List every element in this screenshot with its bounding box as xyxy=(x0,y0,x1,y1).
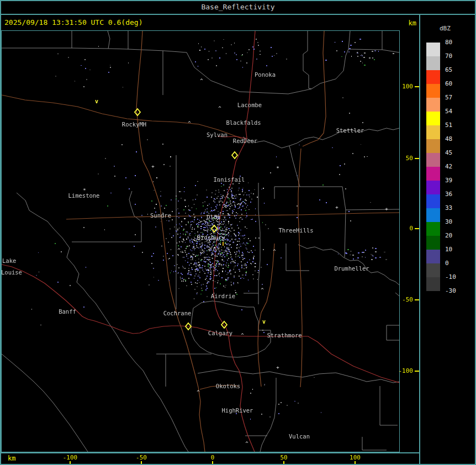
city-label: Drumheller xyxy=(334,265,369,272)
city-label: Sylvan xyxy=(207,131,228,138)
right-axis-tick-label: -50 xyxy=(388,296,413,304)
city-label: Lake xyxy=(2,257,16,264)
panel-divider xyxy=(419,14,420,465)
colorbar-cell xyxy=(426,208,440,222)
point-marker: + xyxy=(385,206,388,212)
bottom-axis-tick-label: 100 xyxy=(341,454,369,461)
bottom-axis-tick-label: -100 xyxy=(56,454,84,461)
window-title: Base_Reflectivity xyxy=(201,3,274,11)
city-labels: PonokaLacombeBlackfaldsSylvanRedDeerStet… xyxy=(2,71,369,440)
city-label: HighRiver xyxy=(222,407,253,414)
colorbar-value-label: 51 xyxy=(445,121,464,129)
colorbar-cell xyxy=(426,167,440,181)
colorbar-value-label: 42 xyxy=(445,163,464,171)
point-marker: ^ xyxy=(177,247,181,253)
right-axis-tick-mark xyxy=(415,228,419,229)
colorbar-value-label: 57 xyxy=(445,94,464,102)
colorbar-cell xyxy=(426,70,440,84)
map-annotation-layer: PonokaLacombeBlackfaldsSylvanRedDeerStet… xyxy=(2,31,399,452)
right-axis-tick-label: 50 xyxy=(388,155,413,162)
title-divider xyxy=(0,14,476,15)
point-marker: * xyxy=(83,188,86,193)
city-label: Calgary xyxy=(208,330,232,336)
colorbar-cell xyxy=(426,236,440,250)
v-marker: v xyxy=(262,319,266,325)
colorbar-value-label: 10 xyxy=(445,246,464,253)
colorbar-cell xyxy=(426,139,440,153)
bottom-axis-tick-label: 0 xyxy=(199,454,226,461)
city-label: Strathmore xyxy=(267,332,302,339)
colorbar-cell xyxy=(426,125,440,139)
radar-application-window: Base_Reflectivity 2025/09/18 13:31:50 UT… xyxy=(0,0,476,465)
city-label: Blackfalds xyxy=(226,119,261,126)
point-marker: ^ xyxy=(241,332,244,338)
right-axis-unit: km xyxy=(399,19,416,27)
city-label: Banff xyxy=(59,308,76,315)
city-label: Stettler xyxy=(336,127,364,134)
radar-site-marker xyxy=(211,225,217,232)
point-marker: ^ xyxy=(188,120,191,126)
colorbar-value-label: 0 xyxy=(445,260,464,267)
colorbar-cell xyxy=(426,222,440,236)
colorbar-cell xyxy=(426,194,440,208)
bottom-axis-divider xyxy=(0,452,420,453)
colorbar-value-label: 33 xyxy=(445,204,464,212)
colorbar-cell xyxy=(426,181,440,194)
colorbar-value-label: 36 xyxy=(445,191,464,198)
colorbar-value-label: 54 xyxy=(445,108,464,115)
city-label: RedDeer xyxy=(233,138,257,144)
colorbar-value-label: 80 xyxy=(445,39,464,46)
colorbar-value-label: 60 xyxy=(445,80,464,88)
colorbar-value-label: 65 xyxy=(445,66,464,74)
city-label: Lacombe xyxy=(237,102,262,108)
point-marker: / xyxy=(212,247,215,252)
colorbar-cell xyxy=(426,84,440,98)
colorbar-unit-label: dBZ xyxy=(440,25,451,32)
city-label: Didsbury xyxy=(197,234,225,241)
colorbar-value-label: 70 xyxy=(445,52,464,60)
point-marker: ^ xyxy=(273,249,276,254)
point-marker: + xyxy=(335,204,339,210)
city-label: Olds xyxy=(207,214,220,220)
colorbar-cell xyxy=(426,250,440,263)
radar-map-view[interactable]: PonokaLacombeBlackfaldsSylvanRedDeerStet… xyxy=(1,30,400,452)
colorbar-cell xyxy=(426,98,440,112)
city-label: Sundre xyxy=(150,212,171,219)
city-label: RockyMH xyxy=(122,121,146,128)
point-marker: ^ xyxy=(197,389,200,395)
right-axis-tick-mark xyxy=(415,299,419,300)
colorbar-cell xyxy=(426,277,440,291)
scan-timestamp: 2025/09/18 13:31:50 UTC 0.6(deg) xyxy=(4,18,142,27)
colorbar-value-label: -10 xyxy=(445,273,464,281)
city-label: Okotoks xyxy=(216,383,240,389)
point-marker: ^ xyxy=(261,287,264,293)
radar-site-marker xyxy=(135,109,140,115)
city-label: Airdrie xyxy=(211,293,235,299)
colorbar-value-label: 30 xyxy=(445,218,464,226)
city-label: Ponoka xyxy=(255,71,276,78)
radar-site-marker xyxy=(232,152,237,158)
right-axis-tick-label: -100 xyxy=(388,367,413,375)
point-marker: * xyxy=(276,166,279,171)
colorbar-cell xyxy=(426,43,440,56)
right-axis-tick-label: 100 xyxy=(388,83,413,91)
city-label: Cochrane xyxy=(163,310,192,316)
colorbar-value-label: 48 xyxy=(445,135,464,143)
city-label: Innisfail xyxy=(214,176,245,183)
colorbar-cell xyxy=(426,112,440,125)
dash-marker xyxy=(223,242,224,246)
title-bar: Base_Reflectivity xyxy=(0,0,476,14)
colorbar-value-label: -30 xyxy=(445,287,464,295)
point-marker: + xyxy=(276,364,279,370)
point-marker: + xyxy=(151,163,155,169)
colorbar-cell xyxy=(426,263,440,277)
colorbar-value-label: 39 xyxy=(445,177,464,184)
bottom-axis-tick-label: 50 xyxy=(270,454,298,461)
colorbar-value-label: 45 xyxy=(445,149,464,157)
v-marker: v xyxy=(95,98,98,104)
city-label: ThreeHills xyxy=(278,227,313,234)
colorbar-cell xyxy=(426,56,440,70)
bottom-axis-unit: km xyxy=(8,455,15,462)
radar-site-marker xyxy=(186,323,191,330)
radar-site-marker xyxy=(221,321,227,328)
